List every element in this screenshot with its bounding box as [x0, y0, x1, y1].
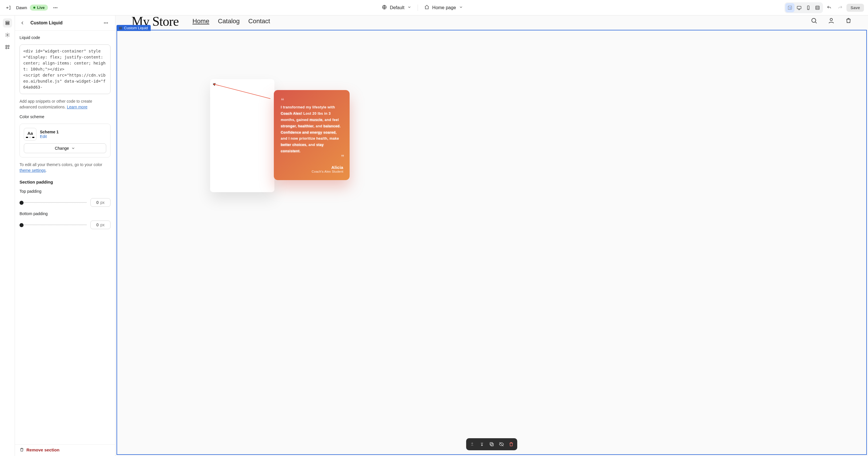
exit-editor-button[interactable]	[4, 3, 13, 12]
bottom-padding-value: 0	[96, 223, 99, 227]
top-padding-label: Top padding	[20, 189, 111, 194]
locale-selector[interactable]: Default	[382, 5, 411, 11]
theme-settings-tab[interactable]	[3, 30, 12, 40]
testimonial-name: Alicia	[312, 165, 343, 170]
duplicate-button[interactable]	[487, 440, 496, 449]
hide-button[interactable]	[497, 440, 506, 449]
svg-point-11	[7, 34, 8, 36]
mobile-preview-button[interactable]	[804, 3, 813, 12]
trash-icon	[20, 447, 24, 452]
sections-tab[interactable]	[3, 19, 12, 28]
nav-home: Home	[193, 18, 210, 25]
desktop-preview-button[interactable]	[795, 3, 804, 12]
theme-settings-link[interactable]: theme settings	[20, 168, 45, 173]
cart-icon	[845, 17, 852, 25]
bottom-padding-control: 0 px	[20, 221, 111, 229]
section-tag-label: Custom Liquid	[124, 26, 148, 30]
svg-point-19	[830, 19, 832, 21]
svg-rect-24	[491, 444, 493, 446]
apps-tab[interactable]	[3, 42, 12, 52]
scheme-edit-link[interactable]: Edit	[40, 134, 59, 139]
section-icon	[119, 26, 122, 30]
panel-title: Custom Liquid	[30, 20, 63, 26]
bottom-padding-slider[interactable]	[20, 225, 86, 225]
remove-section-button[interactable]: Remove section	[20, 447, 59, 452]
bottom-padding-input[interactable]: 0 px	[90, 221, 111, 229]
svg-rect-5	[797, 6, 801, 9]
color-scheme-label: Color scheme	[20, 115, 111, 119]
svg-point-2	[57, 7, 57, 8]
liquid-code-label: Liquid code	[20, 35, 111, 40]
svg-rect-7	[816, 6, 819, 9]
change-label: Change	[55, 146, 69, 151]
panel-header: Custom Liquid	[15, 15, 115, 31]
fullscreen-preview-button[interactable]	[813, 3, 822, 12]
svg-point-0	[54, 7, 55, 8]
nav-catalog: Catalog	[218, 18, 240, 25]
globe-icon	[382, 5, 387, 11]
storefront-header: My Store Home Catalog Contact	[131, 15, 852, 27]
left-rail	[0, 15, 15, 456]
svg-point-16	[105, 23, 106, 24]
move-up-button[interactable]	[468, 440, 476, 449]
svg-point-18	[812, 19, 816, 22]
svg-rect-14	[6, 47, 7, 49]
bottom-padding-label: Bottom padding	[20, 211, 111, 216]
theme-name: Dawn	[16, 5, 27, 10]
theme-colors-text: To edit all your theme's colors, go to y…	[20, 162, 102, 167]
search-icon	[811, 17, 817, 25]
locale-label: Default	[390, 5, 404, 10]
main-area: Custom Liquid Liquid code <div id="widge…	[0, 15, 868, 456]
svg-rect-10	[6, 24, 9, 25]
svg-rect-8	[6, 21, 9, 22]
liquid-help-text: Add app snippets or other code to create…	[20, 99, 111, 110]
move-down-button[interactable]	[477, 440, 486, 449]
scheme-name: Scheme 1	[40, 130, 59, 134]
px-unit: px	[100, 223, 105, 227]
top-padding-slider[interactable]	[20, 202, 86, 203]
svg-rect-25	[490, 443, 493, 445]
chevron-down-icon	[71, 146, 75, 150]
testimonial-text: I transformed my lifestyle with Coach Al…	[281, 104, 343, 155]
live-badge: Live	[30, 5, 48, 11]
redo-button[interactable]	[836, 3, 845, 12]
page-label: Home page	[432, 5, 456, 10]
top-padding-control: 0 px	[20, 198, 111, 207]
top-padding-input[interactable]: 0 px	[90, 198, 111, 207]
quote-open-icon: ❝	[281, 97, 343, 104]
preview-canvas[interactable]: My Store Home Catalog Contact Custom Liq…	[115, 15, 868, 456]
more-actions-button[interactable]	[51, 3, 60, 12]
top-padding-value: 0	[96, 200, 99, 205]
panel-footer: Remove section	[15, 444, 115, 456]
panel-back-button[interactable]	[18, 19, 27, 28]
svg-rect-12	[6, 45, 7, 47]
svg-rect-20	[119, 27, 122, 28]
quote-close-icon: ❞	[341, 154, 344, 161]
save-button[interactable]: Save	[846, 4, 864, 12]
section-padding-heading: Section padding	[20, 180, 111, 185]
remove-section-label: Remove section	[26, 447, 59, 452]
svg-point-1	[55, 7, 56, 8]
undo-button[interactable]	[825, 3, 834, 12]
svg-rect-9	[6, 23, 9, 23]
testimonial-role: Coach's Alex Student	[312, 170, 343, 173]
scheme-swatch: Aa	[24, 128, 36, 140]
testimonial-card: ❝ I transformed my lifestyle with Coach …	[274, 90, 350, 180]
divider	[417, 5, 418, 11]
chevron-down-icon	[459, 5, 463, 10]
svg-rect-13	[8, 45, 9, 47]
delete-button[interactable]	[507, 440, 516, 449]
scheme-change-button[interactable]: Change	[24, 143, 106, 153]
panel-more-button[interactable]	[101, 19, 111, 28]
liquid-code-input[interactable]: <div id="widget-container" style="displa…	[20, 44, 111, 94]
chevron-down-icon	[407, 5, 411, 10]
inspector-cursor-button[interactable]	[785, 3, 795, 12]
section-floating-toolbar	[466, 438, 517, 450]
storefront-nav: Home Catalog Contact	[193, 18, 270, 25]
svg-point-17	[107, 23, 108, 24]
svg-point-15	[104, 23, 105, 24]
page-selector[interactable]: Home page	[424, 5, 463, 11]
home-icon	[424, 5, 429, 11]
svg-rect-22	[119, 29, 122, 29]
learn-more-link[interactable]: Learn more	[67, 105, 88, 109]
